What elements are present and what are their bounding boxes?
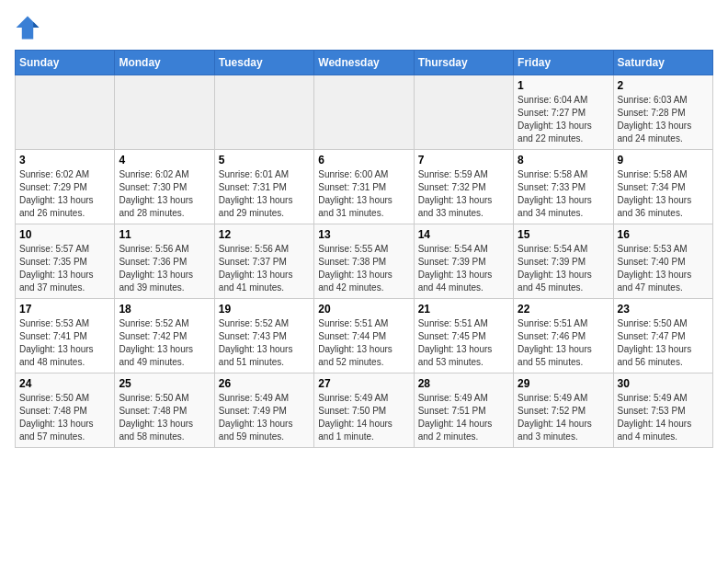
logo-icon	[15, 15, 40, 40]
day-number: 3	[19, 154, 110, 167]
day-info: Sunrise: 5:51 AM Sunset: 7:45 PM Dayligh…	[418, 317, 509, 369]
day-info: Sunrise: 6:01 AM Sunset: 7:31 PM Dayligh…	[219, 168, 310, 220]
day-info: Sunrise: 5:57 AM Sunset: 7:35 PM Dayligh…	[19, 243, 110, 294]
day-info: Sunrise: 5:49 AM Sunset: 7:49 PM Dayligh…	[219, 392, 310, 443]
day-number: 18	[119, 303, 210, 316]
calendar-cell: 9Sunrise: 5:58 AM Sunset: 7:34 PM Daylig…	[613, 150, 712, 224]
calendar-cell: 16Sunrise: 5:53 AM Sunset: 7:40 PM Dayli…	[613, 224, 712, 299]
calendar-cell: 3Sunrise: 6:02 AM Sunset: 7:29 PM Daylig…	[16, 150, 115, 224]
day-number: 7	[418, 154, 509, 167]
calendar-cell: 21Sunrise: 5:51 AM Sunset: 7:45 PM Dayli…	[414, 299, 513, 373]
day-info: Sunrise: 5:51 AM Sunset: 7:44 PM Dayligh…	[318, 317, 409, 369]
calendar-cell	[16, 75, 115, 150]
day-number: 21	[418, 303, 509, 316]
day-number: 17	[19, 303, 110, 316]
day-info: Sunrise: 5:54 AM Sunset: 7:39 PM Dayligh…	[518, 243, 609, 294]
calendar-cell: 28Sunrise: 5:49 AM Sunset: 7:51 PM Dayli…	[414, 373, 513, 448]
day-number: 20	[318, 303, 409, 316]
calendar-cell: 5Sunrise: 6:01 AM Sunset: 7:31 PM Daylig…	[214, 150, 313, 224]
day-number: 14	[418, 228, 509, 241]
calendar-cell: 25Sunrise: 5:50 AM Sunset: 7:48 PM Dayli…	[115, 373, 214, 448]
calendar-cell: 30Sunrise: 5:49 AM Sunset: 7:53 PM Dayli…	[613, 373, 712, 448]
calendar-cell: 26Sunrise: 5:49 AM Sunset: 7:49 PM Dayli…	[214, 373, 313, 448]
calendar-cell: 24Sunrise: 5:50 AM Sunset: 7:48 PM Dayli…	[16, 373, 115, 448]
day-info: Sunrise: 6:04 AM Sunset: 7:27 PM Dayligh…	[518, 94, 609, 145]
day-info: Sunrise: 5:50 AM Sunset: 7:48 PM Dayligh…	[19, 392, 110, 443]
day-info: Sunrise: 5:52 AM Sunset: 7:43 PM Dayligh…	[219, 317, 310, 369]
weekday-header: Tuesday	[214, 51, 313, 75]
day-number: 4	[119, 154, 210, 167]
calendar-table: SundayMondayTuesdayWednesdayThursdayFrid…	[15, 50, 713, 448]
calendar-cell: 20Sunrise: 5:51 AM Sunset: 7:44 PM Dayli…	[314, 299, 414, 373]
day-info: Sunrise: 5:58 AM Sunset: 7:33 PM Dayligh…	[518, 168, 609, 220]
day-number: 26	[219, 377, 310, 390]
day-number: 1	[518, 79, 609, 92]
calendar-cell: 29Sunrise: 5:49 AM Sunset: 7:52 PM Dayli…	[514, 373, 613, 448]
day-number: 2	[618, 79, 709, 92]
logo	[15, 15, 44, 40]
day-info: Sunrise: 5:49 AM Sunset: 7:51 PM Dayligh…	[418, 392, 509, 443]
calendar-cell: 18Sunrise: 5:52 AM Sunset: 7:42 PM Dayli…	[115, 299, 214, 373]
day-number: 10	[19, 228, 110, 241]
day-info: Sunrise: 5:56 AM Sunset: 7:37 PM Dayligh…	[219, 243, 310, 294]
day-info: Sunrise: 5:50 AM Sunset: 7:48 PM Dayligh…	[119, 392, 210, 443]
day-number: 23	[618, 303, 709, 316]
day-info: Sunrise: 6:00 AM Sunset: 7:31 PM Dayligh…	[318, 168, 409, 220]
day-info: Sunrise: 5:49 AM Sunset: 7:52 PM Dayligh…	[518, 392, 609, 443]
day-info: Sunrise: 5:54 AM Sunset: 7:39 PM Dayligh…	[418, 243, 509, 294]
weekday-header: Wednesday	[314, 51, 414, 75]
day-info: Sunrise: 6:02 AM Sunset: 7:29 PM Dayligh…	[19, 168, 110, 220]
day-number: 12	[219, 228, 310, 241]
weekday-header: Thursday	[414, 51, 513, 75]
day-number: 19	[219, 303, 310, 316]
calendar-cell: 22Sunrise: 5:51 AM Sunset: 7:46 PM Dayli…	[514, 299, 613, 373]
weekday-header: Saturday	[613, 51, 712, 75]
day-number: 13	[318, 228, 409, 241]
day-number: 8	[518, 154, 609, 167]
day-info: Sunrise: 6:02 AM Sunset: 7:30 PM Dayligh…	[119, 168, 210, 220]
day-info: Sunrise: 5:53 AM Sunset: 7:41 PM Dayligh…	[19, 317, 110, 369]
day-number: 11	[119, 228, 210, 241]
calendar-cell: 14Sunrise: 5:54 AM Sunset: 7:39 PM Dayli…	[414, 224, 513, 299]
calendar-cell: 27Sunrise: 5:49 AM Sunset: 7:50 PM Dayli…	[314, 373, 414, 448]
day-info: Sunrise: 5:49 AM Sunset: 7:53 PM Dayligh…	[618, 392, 709, 443]
day-number: 29	[518, 377, 609, 390]
calendar-cell: 1Sunrise: 6:04 AM Sunset: 7:27 PM Daylig…	[514, 75, 613, 150]
calendar-header: SundayMondayTuesdayWednesdayThursdayFrid…	[16, 51, 713, 75]
day-info: Sunrise: 5:52 AM Sunset: 7:42 PM Dayligh…	[119, 317, 210, 369]
calendar-cell: 11Sunrise: 5:56 AM Sunset: 7:36 PM Dayli…	[115, 224, 214, 299]
calendar-cell: 19Sunrise: 5:52 AM Sunset: 7:43 PM Dayli…	[214, 299, 313, 373]
calendar-cell: 23Sunrise: 5:50 AM Sunset: 7:47 PM Dayli…	[613, 299, 712, 373]
day-number: 6	[318, 154, 409, 167]
day-info: Sunrise: 6:03 AM Sunset: 7:28 PM Dayligh…	[618, 94, 709, 145]
day-number: 15	[518, 228, 609, 241]
page-header	[15, 15, 713, 40]
day-number: 25	[119, 377, 210, 390]
calendar-cell	[414, 75, 513, 150]
calendar-cell: 10Sunrise: 5:57 AM Sunset: 7:35 PM Dayli…	[16, 224, 115, 299]
calendar-week: 3Sunrise: 6:02 AM Sunset: 7:29 PM Daylig…	[16, 150, 713, 224]
day-info: Sunrise: 5:53 AM Sunset: 7:40 PM Dayligh…	[618, 243, 709, 294]
weekday-header: Monday	[115, 51, 214, 75]
calendar-cell: 8Sunrise: 5:58 AM Sunset: 7:33 PM Daylig…	[514, 150, 613, 224]
day-number: 5	[219, 154, 310, 167]
calendar-cell: 17Sunrise: 5:53 AM Sunset: 7:41 PM Dayli…	[16, 299, 115, 373]
day-number: 30	[618, 377, 709, 390]
day-info: Sunrise: 5:59 AM Sunset: 7:32 PM Dayligh…	[418, 168, 509, 220]
calendar-cell: 6Sunrise: 6:00 AM Sunset: 7:31 PM Daylig…	[314, 150, 414, 224]
calendar-cell: 13Sunrise: 5:55 AM Sunset: 7:38 PM Dayli…	[314, 224, 414, 299]
day-number: 28	[418, 377, 509, 390]
calendar-cell: 2Sunrise: 6:03 AM Sunset: 7:28 PM Daylig…	[613, 75, 712, 150]
day-info: Sunrise: 5:50 AM Sunset: 7:47 PM Dayligh…	[618, 317, 709, 369]
weekday-header: Friday	[514, 51, 613, 75]
calendar-week: 17Sunrise: 5:53 AM Sunset: 7:41 PM Dayli…	[16, 299, 713, 373]
day-number: 27	[318, 377, 409, 390]
day-number: 24	[19, 377, 110, 390]
day-number: 9	[618, 154, 709, 167]
calendar-cell: 12Sunrise: 5:56 AM Sunset: 7:37 PM Dayli…	[214, 224, 313, 299]
day-number: 22	[518, 303, 609, 316]
calendar-cell: 7Sunrise: 5:59 AM Sunset: 7:32 PM Daylig…	[414, 150, 513, 224]
calendar-week: 1Sunrise: 6:04 AM Sunset: 7:27 PM Daylig…	[16, 75, 713, 150]
day-info: Sunrise: 5:58 AM Sunset: 7:34 PM Dayligh…	[618, 168, 709, 220]
weekday-header: Sunday	[16, 51, 115, 75]
